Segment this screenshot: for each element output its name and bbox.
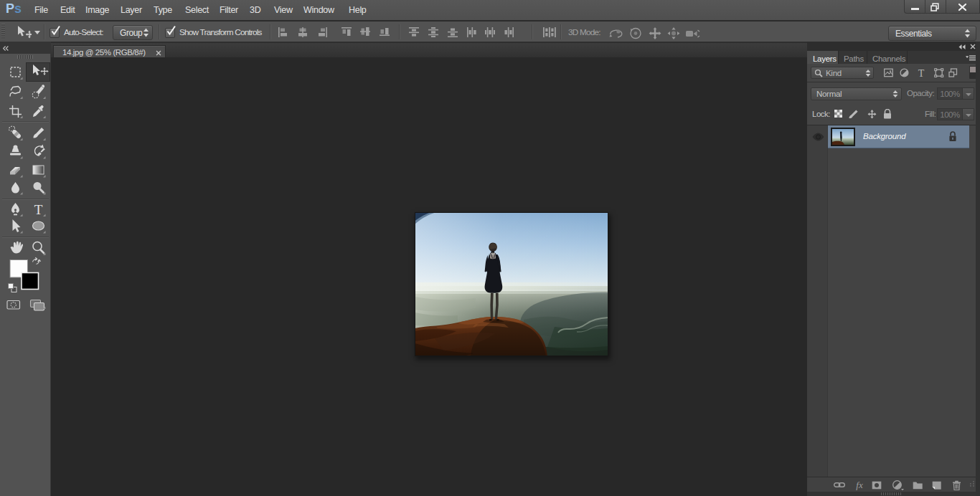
- svg-text:T: T: [918, 68, 925, 77]
- svg-text:fx: fx: [856, 480, 863, 490]
- svg-text:T: T: [34, 202, 43, 217]
